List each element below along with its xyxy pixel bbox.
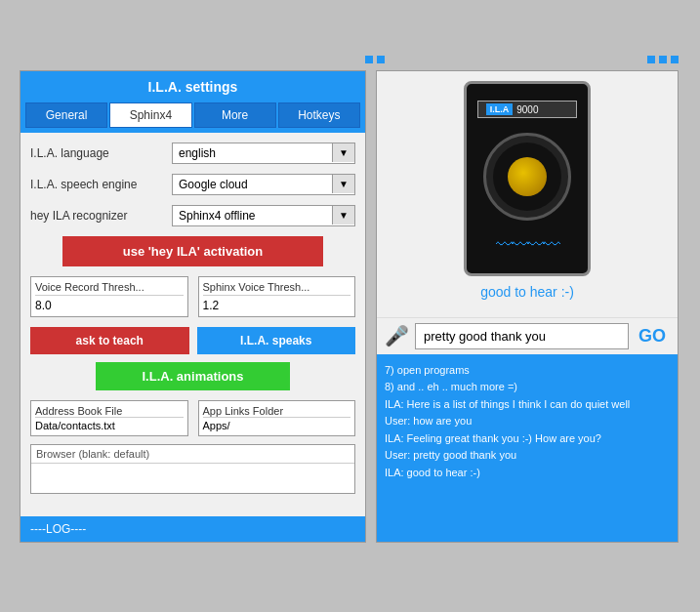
- chat-line-5: ILA: Feeling great thank you :-) How are…: [385, 430, 670, 447]
- language-row: I.L.A. language english ▼: [30, 143, 355, 164]
- input-row: 🎤 GO: [377, 317, 678, 354]
- voice-threshold-label: Voice Record Thresh...: [35, 281, 184, 296]
- speech-engine-row: I.L.A. speech engine Google cloud ▼: [30, 174, 355, 195]
- settings-body: I.L.A. language english ▼ I.L.A. speech …: [21, 133, 365, 511]
- right-panel: I.L.A 9000 〰〰〰〰 good to hear :-) 🎤 GO: [376, 70, 679, 543]
- speech-engine-arrow[interactable]: ▼: [332, 175, 354, 193]
- recognizer-arrow[interactable]: ▼: [332, 206, 354, 224]
- panel-title: I.L.A. settings: [21, 71, 365, 102]
- robot-screen: I.L.A 9000 〰〰〰〰: [464, 81, 591, 276]
- speech-engine-label: I.L.A. speech engine: [30, 178, 172, 191]
- recognizer-value: Sphinx4 offline: [173, 206, 332, 225]
- chat-line-6: User: pretty good thank you: [385, 447, 670, 464]
- chat-line-1: 8) and .. eh .. much more =): [385, 379, 670, 395]
- recognizer-select[interactable]: Sphinx4 offline ▼: [172, 205, 355, 226]
- sphinx-threshold-box: Sphinx Voice Thresh... 1.2: [198, 276, 356, 317]
- chat-log: 7) open programs 8) and .. eh .. much mo…: [377, 354, 678, 542]
- top-dots-right: [647, 56, 679, 63]
- activation-button[interactable]: use 'hey ILA' activation: [62, 236, 322, 266]
- sphinx-threshold-label: Sphinx Voice Thresh...: [203, 281, 351, 296]
- left-panel: I.L.A. settings General Sphinx4 More Hot…: [20, 70, 366, 543]
- text-input[interactable]: [415, 323, 629, 349]
- voice-threshold-box: Voice Record Thresh... 8.0: [30, 276, 188, 317]
- speech-engine-value: Google cloud: [173, 175, 332, 194]
- robot-wave: 〰〰〰〰: [496, 235, 558, 256]
- speech-engine-select[interactable]: Google cloud ▼: [172, 174, 355, 195]
- robot-eye-inner: [508, 157, 547, 196]
- mic-icon[interactable]: 🎤: [385, 324, 409, 347]
- browser-row: Browser (blank: default): [30, 444, 355, 494]
- browser-label: Browser (blank: default): [31, 445, 354, 464]
- address-book-value: Data/contacts.txt: [35, 420, 184, 431]
- dot-4: [659, 56, 667, 63]
- robot-label-bar: I.L.A 9000: [477, 101, 578, 118]
- tab-hotkeys[interactable]: Hotkeys: [278, 102, 360, 128]
- applinks-box: App Links Folder Apps/: [198, 400, 356, 436]
- applinks-value: Apps/: [203, 420, 351, 431]
- action-buttons-row: ask to teach I.L.A. speaks: [30, 327, 355, 354]
- recognizer-label: hey ILA recognizer: [30, 209, 172, 223]
- applinks-label: App Links Folder: [203, 405, 351, 418]
- go-button[interactable]: GO: [635, 326, 670, 347]
- language-arrow[interactable]: ▼: [332, 143, 354, 162]
- recognizer-row: hey ILA recognizer Sphinx4 offline ▼: [30, 205, 355, 226]
- robot-label-num: 9000: [516, 104, 538, 115]
- chat-line-7: ILA: good to hear :-): [385, 465, 670, 481]
- language-select[interactable]: english ▼: [172, 143, 355, 164]
- address-book-label: Address Book File: [35, 405, 184, 418]
- robot-label-ila: I.L.A: [486, 103, 514, 115]
- animations-button[interactable]: I.L.A. animations: [96, 362, 291, 390]
- chat-line-4: User: how are you: [385, 413, 670, 429]
- language-value: english: [173, 143, 332, 163]
- robot-eye-outer: [493, 143, 561, 211]
- speaks-button[interactable]: I.L.A. speaks: [197, 327, 356, 354]
- voice-threshold-value: 8.0: [35, 299, 184, 312]
- tab-sphinx4[interactable]: Sphinx4: [109, 102, 191, 128]
- tabs-row: General Sphinx4 More Hotkeys: [21, 102, 365, 133]
- robot-display: I.L.A 9000 〰〰〰〰 good to hear :-): [377, 71, 678, 317]
- top-dots-left: [365, 56, 385, 63]
- dot-1: [365, 56, 373, 63]
- robot-eye-container: [483, 133, 571, 221]
- dot-3: [647, 56, 655, 63]
- log-bar: ----LOG----: [21, 516, 365, 542]
- language-label: I.L.A. language: [30, 146, 172, 160]
- tab-general[interactable]: General: [25, 102, 107, 128]
- status-text: good to hear :-): [480, 284, 574, 300]
- tab-more[interactable]: More: [194, 102, 276, 128]
- chat-line-3: ILA: Here is a list of things I think I …: [385, 396, 670, 413]
- threshold-row: Voice Record Thresh... 8.0 Sphinx Voice …: [30, 276, 355, 317]
- dot-2: [377, 56, 385, 63]
- address-book-box: Address Book File Data/contacts.txt: [30, 400, 188, 436]
- browser-input[interactable]: [31, 464, 354, 493]
- chat-line-0: 7) open programs: [385, 362, 670, 379]
- sphinx-threshold-value: 1.2: [203, 299, 351, 312]
- file-row: Address Book File Data/contacts.txt App …: [30, 400, 355, 436]
- dot-5: [671, 56, 679, 63]
- teach-button[interactable]: ask to teach: [30, 327, 189, 354]
